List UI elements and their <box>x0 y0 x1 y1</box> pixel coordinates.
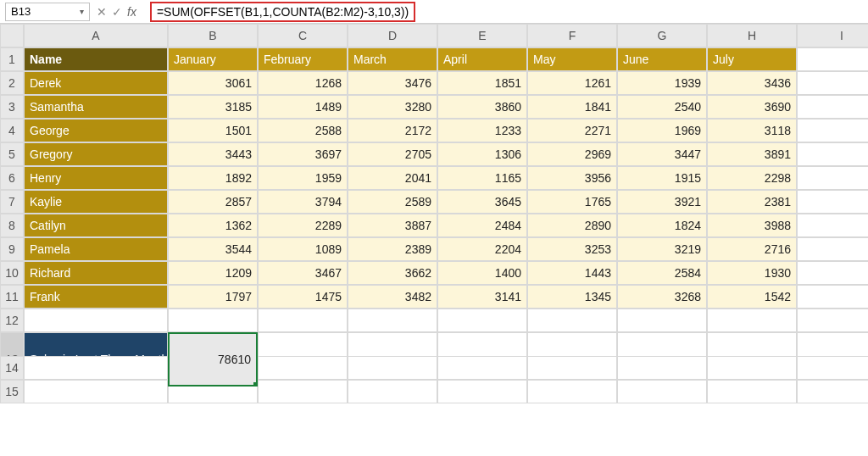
cell[interactable] <box>348 380 437 403</box>
name-cell[interactable]: George <box>24 119 168 142</box>
row-header-4[interactable]: 4 <box>0 119 24 142</box>
data-cell[interactable]: 1475 <box>258 285 348 309</box>
row-header-12[interactable]: 12 <box>0 309 24 332</box>
row-header-10[interactable]: 10 <box>0 261 24 285</box>
data-cell[interactable]: 2584 <box>617 261 707 285</box>
cell[interactable] <box>797 356 868 380</box>
data-cell[interactable]: 3219 <box>617 237 707 261</box>
data-cell[interactable]: 2540 <box>617 95 707 119</box>
data-cell[interactable]: 1233 <box>437 119 527 142</box>
data-cell[interactable]: 1089 <box>258 237 348 261</box>
cell[interactable] <box>527 380 617 403</box>
data-cell[interactable]: 3467 <box>258 261 348 285</box>
col-header-G[interactable]: G <box>617 24 707 47</box>
name-cell[interactable]: Derek <box>24 71 168 95</box>
data-cell[interactable]: 1841 <box>527 95 617 119</box>
cell[interactable] <box>258 356 348 380</box>
data-cell[interactable]: 3141 <box>437 285 527 309</box>
table-header-month[interactable]: July <box>707 47 797 71</box>
data-cell[interactable]: 1261 <box>527 71 617 95</box>
data-cell[interactable]: 2705 <box>348 142 437 166</box>
cell[interactable] <box>437 356 527 380</box>
data-cell[interactable]: 1930 <box>707 261 797 285</box>
data-cell[interactable]: 3794 <box>258 190 348 214</box>
cell[interactable] <box>797 95 868 119</box>
data-cell[interactable]: 2484 <box>437 214 527 237</box>
data-cell[interactable]: 1765 <box>527 190 617 214</box>
cell[interactable] <box>24 356 168 380</box>
data-cell[interactable]: 2298 <box>707 166 797 190</box>
row-header-3[interactable]: 3 <box>0 95 24 119</box>
data-cell[interactable]: 1362 <box>168 214 258 237</box>
data-cell[interactable]: 2857 <box>168 190 258 214</box>
data-cell[interactable]: 2716 <box>707 237 797 261</box>
data-cell[interactable]: 1851 <box>437 71 527 95</box>
row-header-6[interactable]: 6 <box>0 166 24 190</box>
col-header-F[interactable]: F <box>527 24 617 47</box>
cell[interactable] <box>348 309 437 332</box>
data-cell[interactable]: 1306 <box>437 142 527 166</box>
data-cell[interactable]: 1959 <box>258 166 348 190</box>
data-cell[interactable]: 3482 <box>348 285 437 309</box>
row-header-7[interactable]: 7 <box>0 190 24 214</box>
data-cell[interactable]: 2289 <box>258 214 348 237</box>
data-cell[interactable]: 3544 <box>168 237 258 261</box>
data-cell[interactable]: 2588 <box>258 119 348 142</box>
data-cell[interactable]: 1209 <box>168 261 258 285</box>
name-cell[interactable]: Frank <box>24 285 168 309</box>
col-header-H[interactable]: H <box>707 24 797 47</box>
cell[interactable] <box>797 380 868 403</box>
data-cell[interactable]: 1443 <box>527 261 617 285</box>
data-cell[interactable]: 1915 <box>617 166 707 190</box>
select-all-corner[interactable] <box>0 24 24 47</box>
row-header-2[interactable]: 2 <box>0 71 24 95</box>
data-cell[interactable]: 3697 <box>258 142 348 166</box>
data-cell[interactable]: 1489 <box>258 95 348 119</box>
cell[interactable] <box>797 285 868 309</box>
accept-icon[interactable]: ✓ <box>112 5 122 19</box>
data-cell[interactable]: 3891 <box>707 142 797 166</box>
data-cell[interactable]: 1939 <box>617 71 707 95</box>
cell[interactable] <box>168 309 258 332</box>
data-cell[interactable]: 3476 <box>348 71 437 95</box>
cell[interactable] <box>437 309 527 332</box>
cell[interactable] <box>797 166 868 190</box>
cell[interactable] <box>527 356 617 380</box>
data-cell[interactable]: 3645 <box>437 190 527 214</box>
data-cell[interactable]: 2969 <box>527 142 617 166</box>
data-cell[interactable]: 1542 <box>707 285 797 309</box>
table-header-name[interactable]: Name <box>24 47 168 71</box>
row-header-8[interactable]: 8 <box>0 214 24 237</box>
data-cell[interactable]: 2204 <box>437 237 527 261</box>
data-cell[interactable]: 3436 <box>707 71 797 95</box>
cell[interactable] <box>707 380 797 403</box>
spreadsheet-grid[interactable]: A B C D E F G H I 1 Name January Februar… <box>0 24 868 403</box>
cell[interactable] <box>797 71 868 95</box>
data-cell[interactable]: 1824 <box>617 214 707 237</box>
col-header-B[interactable]: B <box>168 24 258 47</box>
active-cell-B13[interactable]: 78610 <box>168 332 258 386</box>
col-header-A[interactable]: A <box>24 24 168 47</box>
data-cell[interactable]: 3887 <box>348 214 437 237</box>
data-cell[interactable]: 3690 <box>707 95 797 119</box>
data-cell[interactable]: 3268 <box>617 285 707 309</box>
name-box[interactable]: B13 ▾ <box>5 3 90 21</box>
data-cell[interactable]: 3988 <box>707 214 797 237</box>
row-header-11[interactable]: 11 <box>0 285 24 309</box>
cell[interactable] <box>348 356 437 380</box>
name-cell[interactable]: Catilyn <box>24 214 168 237</box>
data-cell[interactable]: 2041 <box>348 166 437 190</box>
data-cell[interactable]: 2381 <box>707 190 797 214</box>
cell[interactable] <box>617 356 707 380</box>
data-cell[interactable]: 3253 <box>527 237 617 261</box>
formula-input[interactable]: =SUM(OFFSET(B1,1,COUNTA(B2:M2)-3,10,3)) <box>150 2 863 22</box>
cell[interactable] <box>617 380 707 403</box>
cell[interactable] <box>437 380 527 403</box>
row-header-9[interactable]: 9 <box>0 237 24 261</box>
col-header-E[interactable]: E <box>437 24 527 47</box>
data-cell[interactable]: 3447 <box>617 142 707 166</box>
cell[interactable] <box>617 309 707 332</box>
col-header-I[interactable]: I <box>797 24 868 47</box>
name-cell[interactable]: Pamela <box>24 237 168 261</box>
data-cell[interactable]: 1345 <box>527 285 617 309</box>
